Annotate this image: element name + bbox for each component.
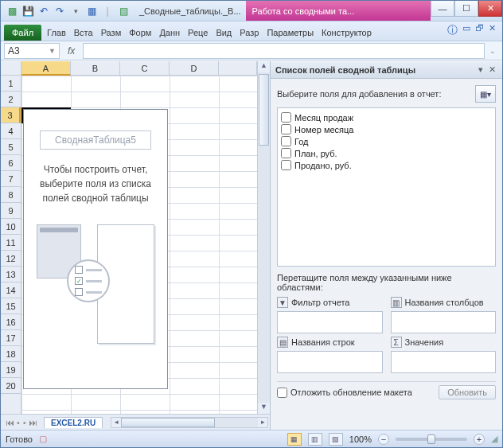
row-header-3[interactable]: 3 [1, 107, 21, 123]
redo-icon[interactable]: ↷ [53, 5, 66, 18]
field-checkbox[interactable] [281, 160, 291, 170]
zoom-out-button[interactable]: − [378, 434, 389, 445]
defer-update-input[interactable] [277, 388, 287, 398]
row-header-12[interactable]: 12 [1, 251, 21, 267]
sheet-nav-buttons[interactable]: ⏮◂▸⏭ [1, 418, 44, 427]
row-header-16[interactable]: 16 [1, 314, 21, 330]
field-item[interactable]: План, руб. [281, 147, 492, 159]
column-header-C[interactable]: C [120, 61, 170, 76]
zoom-slider-knob[interactable] [427, 434, 435, 444]
save-icon[interactable]: 💾 [21, 5, 34, 18]
select-all-corner[interactable] [1, 61, 21, 76]
tab-view[interactable]: Вид [212, 25, 236, 41]
name-box[interactable]: A3 ▼ [4, 43, 60, 59]
pane-menu-icon[interactable]: ▾ [475, 64, 486, 75]
hscroll-right-icon[interactable]: ▸ [258, 418, 267, 427]
resize-grip-icon[interactable]: ◢ [491, 434, 497, 444]
field-checkbox[interactable] [281, 124, 291, 134]
tab-insert[interactable]: Вста [70, 25, 97, 41]
row-header-9[interactable]: 9 [1, 203, 21, 219]
formula-input[interactable] [83, 43, 485, 59]
zoom-percent[interactable]: 100% [349, 434, 372, 444]
formula-bar-expand-icon[interactable]: ⌄ [486, 47, 499, 55]
row-header-19[interactable]: 19 [1, 362, 21, 378]
scroll-track[interactable] [258, 72, 270, 403]
defer-update-checkbox[interactable]: Отложить обновление макета [277, 388, 434, 398]
workbook-close-icon[interactable]: ✕ [489, 23, 496, 37]
row-header-13[interactable]: 13 [1, 267, 21, 282]
row-header-5[interactable]: 5 [1, 139, 21, 155]
row-header-7[interactable]: 7 [1, 171, 21, 187]
macro-record-icon[interactable]: ▢ [39, 434, 47, 444]
field-item[interactable]: Продано, руб. [281, 159, 492, 171]
tab-pivot-design[interactable]: Конструктор [318, 25, 376, 41]
pivot-icon[interactable]: ▦ [85, 5, 98, 18]
view-page-break-button[interactable]: ▧ [329, 433, 343, 446]
row-header-20[interactable]: 20 [1, 378, 21, 394]
pane-close-icon[interactable]: ✕ [486, 64, 497, 75]
zoom-in-button[interactable]: + [474, 434, 485, 445]
hscroll-thumb[interactable] [121, 418, 215, 427]
zoom-slider[interactable] [396, 438, 467, 441]
pane-title-bar[interactable]: Список полей сводной таблицы ▾ ✕ [271, 61, 502, 79]
field-item[interactable]: Номер месяца [281, 123, 492, 135]
view-normal-button[interactable]: ▦ [287, 433, 302, 446]
vertical-scrollbar[interactable]: ▲ ▼ [257, 61, 270, 414]
column-headers: ABCD [21, 61, 257, 76]
ribbon-minimize-icon[interactable]: ▭ [462, 23, 470, 37]
cells-area[interactable]: СводнаяТаблица5 Чтобы построить отчет, в… [21, 76, 257, 414]
row-header-10[interactable]: 10 [1, 219, 21, 235]
update-button[interactable]: Обновить [439, 385, 496, 399]
field-checkbox[interactable] [281, 148, 291, 158]
row-header-2[interactable]: 2 [1, 92, 21, 107]
field-item[interactable]: Месяц продаж [281, 111, 492, 123]
view-page-layout-button[interactable]: ▥ [308, 433, 322, 446]
horizontal-scrollbar[interactable]: ◂ ▸ [111, 417, 268, 428]
row-header-4[interactable]: 4 [1, 123, 21, 139]
tab-home[interactable]: Глав [43, 25, 70, 41]
row-header-15[interactable]: 15 [1, 298, 21, 314]
row-header-8[interactable]: 8 [1, 187, 21, 203]
column-header-D[interactable]: D [170, 61, 219, 76]
undo-icon[interactable]: ↶ [37, 5, 50, 18]
scroll-thumb[interactable] [259, 74, 269, 146]
column-header-A[interactable]: A [21, 61, 71, 76]
row-header-6[interactable]: 6 [1, 155, 21, 171]
pivot-table-placeholder[interactable]: СводнаяТаблица5 Чтобы построить отчет, в… [23, 109, 168, 389]
tab-review[interactable]: Реце [184, 25, 212, 41]
field-checkbox[interactable] [281, 112, 291, 123]
file-tab[interactable]: Файл [4, 25, 41, 41]
pane-layout-button[interactable]: ▦▾ [475, 85, 496, 103]
fx-label[interactable]: fx [61, 45, 81, 56]
help-icon[interactable]: ⓘ [447, 23, 458, 37]
maximize-button[interactable]: ☐ [454, 1, 478, 17]
tab-pivot-options[interactable]: Параметры [263, 25, 318, 41]
tab-developer[interactable]: Разр [236, 25, 263, 41]
row-header-17[interactable]: 17 [1, 330, 21, 346]
minimize-button[interactable]: — [431, 1, 454, 17]
workbook-restore-icon[interactable]: 🗗 [475, 23, 484, 37]
row-header-18[interactable]: 18 [1, 346, 21, 362]
area-rows-box[interactable] [277, 351, 383, 373]
close-button[interactable]: ✕ [478, 1, 502, 17]
hscroll-left-icon[interactable]: ◂ [111, 418, 121, 427]
scroll-up-icon[interactable]: ▲ [258, 61, 270, 72]
row-header-1[interactable]: 1 [1, 76, 21, 92]
row-header-11[interactable]: 11 [1, 235, 21, 251]
qat-more-icon[interactable]: ▾ [69, 5, 82, 18]
area-values-box[interactable] [391, 351, 497, 373]
row-header-14[interactable]: 14 [1, 282, 21, 298]
area-filter-box[interactable] [277, 311, 383, 333]
sheet-tab-active[interactable]: EXCEL2.RU [44, 417, 103, 428]
column-header-B[interactable]: B [71, 61, 120, 76]
pivot-text-line2: выберите поля из списка [32, 177, 159, 191]
area-columns-box[interactable] [391, 311, 497, 333]
field-item[interactable]: Год [281, 135, 492, 147]
fields-list-box[interactable]: Месяц продажНомер месяцаГодПлан, руб.Про… [277, 107, 496, 267]
tab-formulas[interactable]: Форм [125, 25, 155, 41]
tab-page-layout[interactable]: Разм [97, 25, 126, 41]
scroll-down-icon[interactable]: ▼ [258, 403, 270, 414]
name-box-dropdown-icon[interactable]: ▼ [49, 47, 56, 55]
tab-data[interactable]: Данн [155, 25, 184, 41]
field-checkbox[interactable] [281, 136, 291, 146]
